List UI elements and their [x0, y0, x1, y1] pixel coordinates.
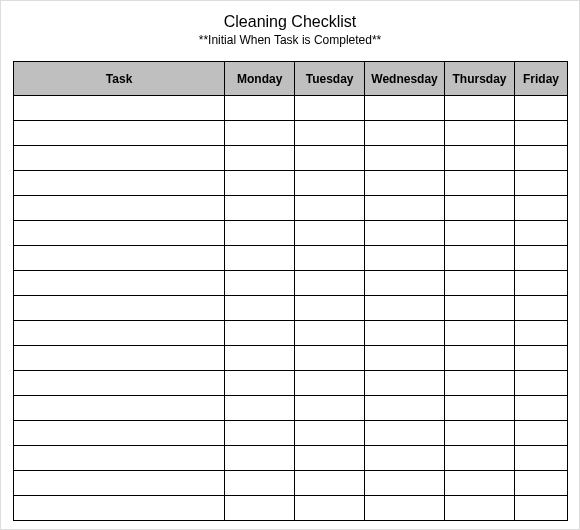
- cell-task: [14, 146, 225, 171]
- table-row: [14, 171, 568, 196]
- cell-task: [14, 446, 225, 471]
- header-row: Task Monday Tuesday Wednesday Thursday F…: [14, 62, 568, 96]
- cell-monday: [225, 446, 295, 471]
- cell-thursday: [445, 296, 515, 321]
- cell-monday: [225, 246, 295, 271]
- cell-tuesday: [295, 221, 365, 246]
- cell-tuesday: [295, 171, 365, 196]
- cell-friday: [515, 471, 568, 496]
- cell-monday: [225, 371, 295, 396]
- cell-thursday: [445, 246, 515, 271]
- cell-monday: [225, 471, 295, 496]
- cell-thursday: [445, 96, 515, 121]
- cell-friday: [515, 221, 568, 246]
- header-task: Task: [14, 62, 225, 96]
- cell-wednesday: [365, 371, 445, 396]
- cell-thursday: [445, 121, 515, 146]
- cell-monday: [225, 396, 295, 421]
- cell-wednesday: [365, 246, 445, 271]
- cell-friday: [515, 346, 568, 371]
- cell-monday: [225, 121, 295, 146]
- table-row: [14, 446, 568, 471]
- cell-tuesday: [295, 496, 365, 521]
- checklist-table: Task Monday Tuesday Wednesday Thursday F…: [13, 61, 568, 521]
- cell-wednesday: [365, 146, 445, 171]
- cell-wednesday: [365, 296, 445, 321]
- cell-thursday: [445, 471, 515, 496]
- cell-task: [14, 246, 225, 271]
- cell-thursday: [445, 421, 515, 446]
- cell-friday: [515, 121, 568, 146]
- cell-tuesday: [295, 346, 365, 371]
- cell-task: [14, 346, 225, 371]
- cell-monday: [225, 296, 295, 321]
- cell-tuesday: [295, 446, 365, 471]
- header-wednesday: Wednesday: [365, 62, 445, 96]
- cell-thursday: [445, 371, 515, 396]
- cell-task: [14, 496, 225, 521]
- table-row: [14, 196, 568, 221]
- cell-friday: [515, 246, 568, 271]
- cell-friday: [515, 271, 568, 296]
- table-row: [14, 371, 568, 396]
- table-row: [14, 346, 568, 371]
- cell-wednesday: [365, 396, 445, 421]
- table-row: [14, 221, 568, 246]
- cell-thursday: [445, 146, 515, 171]
- cell-task: [14, 296, 225, 321]
- table-row: [14, 496, 568, 521]
- cell-monday: [225, 346, 295, 371]
- cell-tuesday: [295, 146, 365, 171]
- cell-task: [14, 321, 225, 346]
- table-row: [14, 121, 568, 146]
- cell-wednesday: [365, 196, 445, 221]
- cell-thursday: [445, 171, 515, 196]
- cell-friday: [515, 196, 568, 221]
- cell-monday: [225, 271, 295, 296]
- cell-task: [14, 171, 225, 196]
- cell-task: [14, 221, 225, 246]
- table-row: [14, 271, 568, 296]
- cell-friday: [515, 321, 568, 346]
- cell-tuesday: [295, 396, 365, 421]
- cell-task: [14, 396, 225, 421]
- cell-tuesday: [295, 121, 365, 146]
- cell-wednesday: [365, 221, 445, 246]
- cell-tuesday: [295, 296, 365, 321]
- cell-wednesday: [365, 496, 445, 521]
- cell-tuesday: [295, 246, 365, 271]
- cell-thursday: [445, 271, 515, 296]
- cell-thursday: [445, 396, 515, 421]
- cell-thursday: [445, 321, 515, 346]
- header-monday: Monday: [225, 62, 295, 96]
- cell-tuesday: [295, 96, 365, 121]
- cell-task: [14, 421, 225, 446]
- cell-tuesday: [295, 471, 365, 496]
- cell-wednesday: [365, 171, 445, 196]
- table-row: [14, 471, 568, 496]
- cell-thursday: [445, 346, 515, 371]
- cell-wednesday: [365, 271, 445, 296]
- cell-task: [14, 371, 225, 396]
- cell-monday: [225, 221, 295, 246]
- cell-wednesday: [365, 321, 445, 346]
- table-body: [14, 96, 568, 521]
- cell-thursday: [445, 196, 515, 221]
- cell-friday: [515, 146, 568, 171]
- cell-monday: [225, 196, 295, 221]
- cell-wednesday: [365, 471, 445, 496]
- cell-monday: [225, 171, 295, 196]
- cell-task: [14, 196, 225, 221]
- cell-friday: [515, 96, 568, 121]
- table-row: [14, 396, 568, 421]
- cell-thursday: [445, 496, 515, 521]
- cell-wednesday: [365, 446, 445, 471]
- table-row: [14, 146, 568, 171]
- table-row: [14, 96, 568, 121]
- cell-monday: [225, 96, 295, 121]
- header-friday: Friday: [515, 62, 568, 96]
- cell-task: [14, 121, 225, 146]
- cell-thursday: [445, 446, 515, 471]
- cell-monday: [225, 496, 295, 521]
- cell-friday: [515, 496, 568, 521]
